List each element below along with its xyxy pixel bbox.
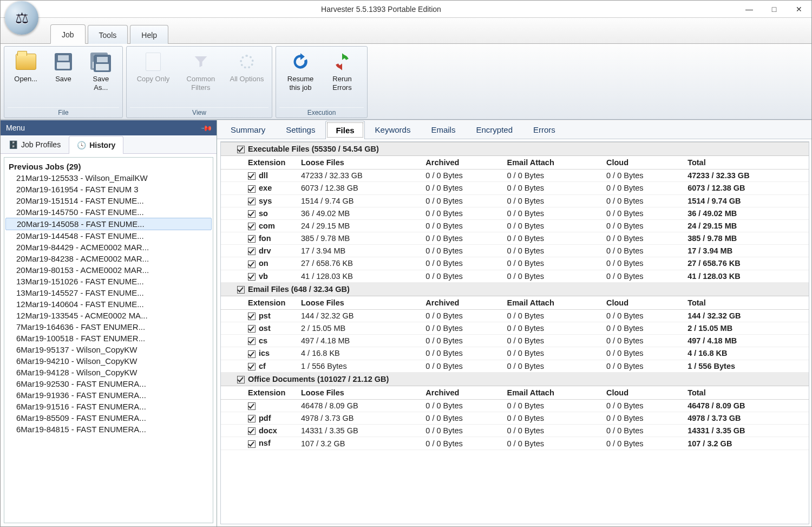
cell-extension[interactable]: cf bbox=[221, 360, 297, 372]
table-row[interactable]: nsf107 / 3.2 GB0 / 0 Bytes0 / 0 Bytes0 /… bbox=[221, 437, 809, 450]
checkbox-icon[interactable] bbox=[248, 185, 256, 193]
table-row[interactable]: dll47233 / 32.33 GB0 / 0 Bytes0 / 0 Byte… bbox=[221, 170, 809, 182]
view-tab-emails[interactable]: Emails bbox=[421, 120, 466, 139]
column-header-arch[interactable]: Archived bbox=[421, 156, 502, 170]
history-item[interactable]: 6Mar19-84815 - FAST ENUMERA... bbox=[5, 424, 212, 435]
table-row[interactable]: on27 / 658.76 KB0 / 0 Bytes0 / 0 Bytes0 … bbox=[221, 257, 809, 270]
column-header-ext[interactable]: Extension bbox=[221, 386, 297, 399]
table-row[interactable]: pdf4978 / 3.73 GB0 / 0 Bytes0 / 0 Bytes0… bbox=[221, 412, 809, 425]
view-tab-summary[interactable]: Summary bbox=[220, 120, 276, 139]
history-item[interactable]: 20Mar19-151514 - FAST ENUME... bbox=[5, 195, 212, 206]
table-row[interactable]: pst144 / 32.32 GB0 / 0 Bytes0 / 0 Bytes0… bbox=[221, 309, 809, 322]
cell-extension[interactable]: sys bbox=[221, 194, 297, 207]
table-row[interactable]: exe6073 / 12.38 GB0 / 0 Bytes0 / 0 Bytes… bbox=[221, 182, 809, 194]
cell-extension[interactable]: fon bbox=[221, 232, 297, 245]
view-tab-settings[interactable]: Settings bbox=[276, 120, 325, 139]
column-header-cloud[interactable]: Cloud bbox=[602, 156, 683, 170]
cell-extension[interactable]: ics bbox=[221, 347, 297, 360]
history-item[interactable]: 20Mar19-80153 - ACME0002 MAR... bbox=[5, 264, 212, 276]
checkbox-icon[interactable] bbox=[248, 223, 256, 230]
checkbox-icon[interactable] bbox=[248, 427, 256, 435]
history-root[interactable]: Previous Jobs (29) bbox=[5, 161, 212, 172]
history-item[interactable]: 7Mar19-164636 - FAST ENUMER... bbox=[5, 321, 212, 333]
column-header-cloud[interactable]: Cloud bbox=[602, 386, 683, 399]
table-row[interactable]: ics4 / 16.8 KB0 / 0 Bytes0 / 0 Bytes0 / … bbox=[221, 347, 809, 360]
files-grid-wrap[interactable]: Executable Files (55350 / 54.54 GB)Exten… bbox=[220, 141, 809, 524]
cell-extension[interactable]: so bbox=[221, 207, 297, 219]
checkbox-icon[interactable] bbox=[237, 286, 245, 294]
group-header[interactable]: Email Files (648 / 32.34 GB) bbox=[221, 282, 809, 296]
checkbox-icon[interactable] bbox=[248, 402, 256, 410]
checkbox-icon[interactable] bbox=[248, 172, 256, 180]
history-item[interactable]: 6Mar19-91936 - FAST ENUMERA... bbox=[5, 389, 212, 401]
history-item[interactable]: 13Mar19-145527 - FAST ENUME... bbox=[5, 287, 212, 298]
column-header-email[interactable]: Email Attach bbox=[503, 296, 603, 309]
column-header-ext[interactable]: Extension bbox=[221, 156, 297, 170]
table-row[interactable]: docx14331 / 3.35 GB0 / 0 Bytes0 / 0 Byte… bbox=[221, 425, 809, 437]
open-button[interactable]: Open... bbox=[8, 49, 44, 107]
checkbox-icon[interactable] bbox=[248, 350, 256, 358]
table-row[interactable]: fon385 / 9.78 MB0 / 0 Bytes0 / 0 Bytes0 … bbox=[221, 232, 809, 245]
checkbox-icon[interactable] bbox=[248, 313, 256, 320]
checkbox-icon[interactable] bbox=[248, 415, 256, 422]
cell-extension[interactable]: ost bbox=[221, 322, 297, 335]
rerun-errors-button[interactable]: Rerun Errors bbox=[323, 49, 362, 107]
pin-icon[interactable]: 📌 bbox=[200, 121, 213, 134]
view-tab-errors[interactable]: Errors bbox=[523, 120, 566, 139]
history-item[interactable]: 20Mar19-84238 - ACME0002 MAR... bbox=[5, 253, 212, 264]
checkbox-icon[interactable] bbox=[248, 261, 256, 268]
table-row[interactable]: vb41 / 128.03 KB0 / 0 Bytes0 / 0 Bytes0 … bbox=[221, 270, 809, 282]
checkbox-icon[interactable] bbox=[248, 325, 256, 333]
history-tree[interactable]: Previous Jobs (29)21Mar19-125533 - Wilso… bbox=[4, 157, 213, 523]
cell-extension[interactable]: docx bbox=[221, 425, 297, 437]
history-item[interactable]: 6Mar19-85509 - FAST ENUMERA... bbox=[5, 412, 212, 424]
checkbox-icon[interactable] bbox=[248, 198, 256, 205]
window-maximize-button[interactable]: □ bbox=[762, 1, 787, 18]
checkbox-icon[interactable] bbox=[248, 273, 256, 281]
cell-extension[interactable]: com bbox=[221, 219, 297, 232]
column-header-arch[interactable]: Archived bbox=[421, 296, 502, 309]
cell-extension[interactable]: on bbox=[221, 257, 297, 270]
checkbox-icon[interactable] bbox=[248, 337, 256, 345]
history-item[interactable]: 6Mar19-92530 - FAST ENUMERA... bbox=[5, 378, 212, 389]
table-row[interactable]: cf1 / 556 Bytes0 / 0 Bytes0 / 0 Bytes0 /… bbox=[221, 360, 809, 372]
cell-extension[interactable]: exe bbox=[221, 182, 297, 194]
history-item[interactable]: 20Mar19-144548 - FAST ENUME... bbox=[5, 230, 212, 242]
view-tab-keywords[interactable]: Keywords bbox=[365, 120, 421, 139]
table-row[interactable]: com24 / 29.15 MB0 / 0 Bytes0 / 0 Bytes0 … bbox=[221, 219, 809, 232]
group-header[interactable]: Executable Files (55350 / 54.54 GB) bbox=[221, 142, 809, 156]
column-header-loose[interactable]: Loose Files bbox=[297, 296, 421, 309]
cell-extension[interactable]: cs bbox=[221, 335, 297, 347]
history-item[interactable]: 6Mar19-100518 - FAST ENUMER... bbox=[5, 333, 212, 344]
cell-extension[interactable]: drv bbox=[221, 245, 297, 257]
column-header-arch[interactable]: Archived bbox=[421, 386, 502, 399]
history-item[interactable]: 6Mar19-94128 - Wilson_CopyKW bbox=[5, 367, 212, 378]
checkbox-icon[interactable] bbox=[248, 363, 256, 370]
window-minimize-button[interactable]: — bbox=[737, 1, 762, 18]
cell-extension[interactable]: dll bbox=[221, 170, 297, 182]
table-row[interactable]: sys1514 / 9.74 GB0 / 0 Bytes0 / 0 Bytes0… bbox=[221, 194, 809, 207]
cell-extension[interactable]: nsf bbox=[221, 437, 297, 450]
cell-extension[interactable]: pst bbox=[221, 309, 297, 322]
history-item[interactable]: 6Mar19-94210 - Wilson_CopyKW bbox=[5, 355, 212, 367]
checkbox-icon[interactable] bbox=[237, 376, 245, 383]
cell-extension[interactable]: vb bbox=[221, 270, 297, 282]
side-tab-job-profiles[interactable]: 🗄️ Job Profiles bbox=[1, 135, 69, 153]
column-header-email[interactable]: Email Attach bbox=[503, 156, 603, 170]
menu-tab-tools[interactable]: Tools bbox=[88, 25, 128, 44]
history-item[interactable]: 20Mar19-145058 - FAST ENUME... bbox=[5, 218, 212, 230]
save-as-button[interactable]: Save As... bbox=[83, 49, 119, 107]
menu-tab-help[interactable]: Help bbox=[130, 25, 168, 44]
window-close-button[interactable]: ✕ bbox=[787, 1, 811, 18]
checkbox-icon[interactable] bbox=[248, 235, 256, 243]
table-row[interactable]: ost2 / 15.05 MB0 / 0 Bytes0 / 0 Bytes0 /… bbox=[221, 322, 809, 335]
view-tab-encrypted[interactable]: Encrypted bbox=[466, 120, 523, 139]
cell-extension[interactable]: pdf bbox=[221, 412, 297, 425]
history-item[interactable]: 13Mar19-151026 - FAST ENUME... bbox=[5, 276, 212, 287]
checkbox-icon[interactable] bbox=[248, 248, 256, 255]
side-tab-history[interactable]: 🕓 History bbox=[69, 136, 123, 154]
checkbox-icon[interactable] bbox=[237, 146, 245, 153]
history-item[interactable]: 6Mar19-95137 - Wilson_CopyKW bbox=[5, 344, 212, 355]
table-row[interactable]: so36 / 49.02 MB0 / 0 Bytes0 / 0 Bytes0 /… bbox=[221, 207, 809, 219]
resume-job-button[interactable]: Resume this job bbox=[279, 49, 322, 107]
